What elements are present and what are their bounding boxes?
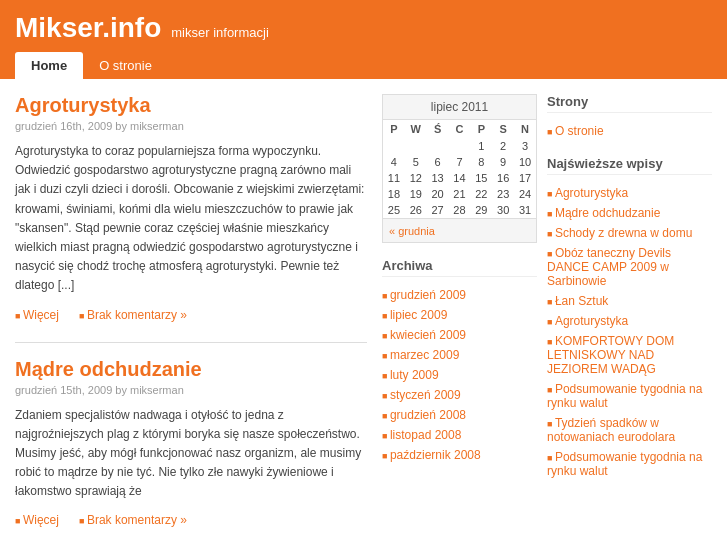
recent-post-item: Mądre odchudzanie	[547, 203, 712, 223]
cal-day[interactable]: 1	[470, 138, 492, 154]
cal-day[interactable]: 8	[470, 154, 492, 170]
recent-post-link[interactable]: Mądre odchudzanie	[555, 206, 660, 220]
comments-link-2[interactable]: Brak komentarzy »	[79, 513, 187, 527]
post-meta-2: grudzień 15th, 2009 by mikserman	[15, 384, 367, 396]
archive-link[interactable]: marzec 2009	[390, 348, 459, 362]
archive-link[interactable]: kwiecień 2009	[390, 328, 466, 342]
cal-day-header: S	[492, 120, 514, 138]
post-title-2[interactable]: Mądre odchudzanie	[15, 358, 367, 381]
cal-day	[383, 138, 405, 154]
archive-link[interactable]: styczeń 2009	[390, 388, 461, 402]
cal-day-header: P	[383, 120, 405, 138]
archive-list: grudzień 2009lipiec 2009kwiecień 2009mar…	[382, 285, 537, 465]
site-name[interactable]: Mikser.info	[15, 12, 161, 44]
cal-day-header: P	[470, 120, 492, 138]
post-content-2: Zdaniem specjalistów nadwaga i otyłość t…	[15, 406, 367, 502]
cal-day	[449, 138, 471, 154]
post-links-2: Więcej Brak komentarzy »	[15, 513, 367, 527]
cal-day[interactable]: 3	[514, 138, 536, 154]
cal-day[interactable]: 9	[492, 154, 514, 170]
cal-day[interactable]: 5	[405, 154, 427, 170]
cal-day[interactable]: 7	[449, 154, 471, 170]
cal-day[interactable]: 28	[449, 202, 471, 218]
recent-post-item: Podsumowanie tygodnia na rynku walut	[547, 447, 712, 481]
cal-day[interactable]: 14	[449, 170, 471, 186]
cal-day[interactable]: 25	[383, 202, 405, 218]
archive-link[interactable]: październik 2008	[390, 448, 481, 462]
nav-home[interactable]: Home	[15, 52, 83, 79]
cal-day-header: C	[449, 120, 471, 138]
archive-item: grudzień 2008	[382, 405, 537, 425]
cal-day[interactable]: 30	[492, 202, 514, 218]
archive-item: luty 2009	[382, 365, 537, 385]
pages-list: O stronie	[547, 121, 712, 141]
archive-link[interactable]: luty 2009	[390, 368, 439, 382]
recent-post-link[interactable]: Schody z drewna w domu	[555, 226, 692, 240]
recent-post-link[interactable]: Podsumowanie tygodnia na rynku walut	[547, 382, 702, 410]
archive-link[interactable]: grudzień 2008	[390, 408, 466, 422]
post-content-1: Agroturystyka to coraz popularniejsza fo…	[15, 142, 367, 296]
more-link-2[interactable]: Więcej	[15, 513, 59, 527]
content-area: Agroturystyka grudzień 16th, 2009 by mik…	[0, 79, 727, 545]
cal-day[interactable]: 24	[514, 186, 536, 202]
cal-day-header: Ś	[427, 120, 449, 138]
more-link-1[interactable]: Więcej	[15, 308, 59, 322]
main-content: Agroturystyka grudzień 16th, 2009 by mik…	[15, 94, 382, 545]
cal-day[interactable]: 27	[427, 202, 449, 218]
pages-title: Strony	[547, 94, 712, 113]
cal-day[interactable]: 4	[383, 154, 405, 170]
cal-day[interactable]: 11	[383, 170, 405, 186]
comments-link-1[interactable]: Brak komentarzy »	[79, 308, 187, 322]
header: Mikser.info mikser informacji Home O str…	[0, 0, 727, 79]
archive-item: październik 2008	[382, 445, 537, 465]
site-tagline: mikser informacji	[171, 25, 269, 40]
archive-link[interactable]: listopad 2008	[390, 428, 461, 442]
cal-day[interactable]: 20	[427, 186, 449, 202]
recent-post-item: KOMFORTOWY DOM LETNISKOWY NAD JEZIOREM W…	[547, 331, 712, 379]
recent-post-link[interactable]: Podsumowanie tygodnia na rynku walut	[547, 450, 702, 478]
recent-post-link[interactable]: Łan Sztuk	[555, 294, 608, 308]
cal-day[interactable]: 19	[405, 186, 427, 202]
post-meta-1: grudzień 16th, 2009 by mikserman	[15, 120, 367, 132]
cal-day[interactable]: 10	[514, 154, 536, 170]
recent-post-item: Tydzień spadków w notowaniach eurodolara	[547, 413, 712, 447]
cal-day-header: W	[405, 120, 427, 138]
cal-day[interactable]: 22	[470, 186, 492, 202]
cal-day[interactable]: 26	[405, 202, 427, 218]
archive-link[interactable]: lipiec 2009	[390, 308, 447, 322]
pages-link[interactable]: O stronie	[555, 124, 604, 138]
archive-widget: Archiwa grudzień 2009lipiec 2009kwiecień…	[382, 258, 537, 465]
archive-item: marzec 2009	[382, 345, 537, 365]
recent-post-item: Agroturystyka	[547, 311, 712, 331]
cal-day[interactable]: 21	[449, 186, 471, 202]
archive-item: kwiecień 2009	[382, 325, 537, 345]
archive-title: Archiwa	[382, 258, 537, 277]
cal-day[interactable]: 12	[405, 170, 427, 186]
recent-post-link[interactable]: Obóz taneczny Devils DANCE CAMP 2009 w S…	[547, 246, 671, 288]
recent-post-item: Obóz taneczny Devils DANCE CAMP 2009 w S…	[547, 243, 712, 291]
cal-day[interactable]: 15	[470, 170, 492, 186]
cal-day[interactable]: 18	[383, 186, 405, 202]
archive-link[interactable]: grudzień 2009	[390, 288, 466, 302]
cal-day[interactable]: 17	[514, 170, 536, 186]
recent-post-link[interactable]: Agroturystyka	[555, 186, 628, 200]
cal-day[interactable]: 13	[427, 170, 449, 186]
recent-post-link[interactable]: Tydzień spadków w notowaniach eurodolara	[547, 416, 675, 444]
cal-day[interactable]: 29	[470, 202, 492, 218]
recent-posts-widget: Najświeższe wpisy AgroturystykaMądre odc…	[547, 156, 712, 481]
recent-post-link[interactable]: Agroturystyka	[555, 314, 628, 328]
navigation: Home O stronie	[15, 52, 712, 79]
cal-day[interactable]: 2	[492, 138, 514, 154]
post-links-1: Więcej Brak komentarzy »	[15, 308, 367, 322]
post-title-1[interactable]: Agroturystyka	[15, 94, 367, 117]
nav-o-stronie[interactable]: O stronie	[83, 52, 168, 79]
cal-day[interactable]: 31	[514, 202, 536, 218]
recent-post-link[interactable]: KOMFORTOWY DOM LETNISKOWY NAD JEZIOREM W…	[547, 334, 674, 376]
cal-day[interactable]: 6	[427, 154, 449, 170]
cal-day[interactable]: 23	[492, 186, 514, 202]
cal-day[interactable]: 16	[492, 170, 514, 186]
calendar-prev[interactable]: « grudnia	[389, 225, 435, 237]
pages-item: O stronie	[547, 121, 712, 141]
calendar-widget: lipiec 2011 PWŚCPSN 12345678910111213141…	[382, 94, 537, 243]
recent-post-item: Podsumowanie tygodnia na rynku walut	[547, 379, 712, 413]
